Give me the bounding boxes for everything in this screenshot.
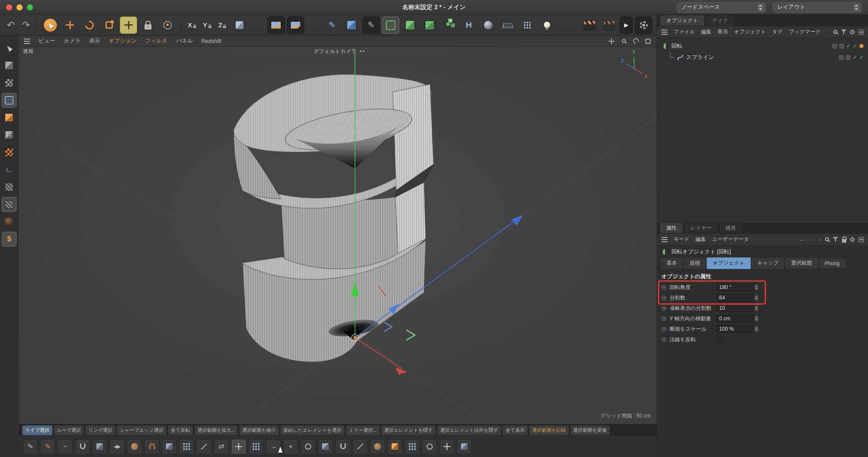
search-icon[interactable]	[833, 30, 837, 34]
maximize-view-button[interactable]	[644, 38, 651, 45]
tool-bridge-button[interactable]	[162, 439, 177, 454]
snap-enabled-button[interactable]	[2, 197, 16, 212]
menu-redshift[interactable]: Redshift	[201, 38, 221, 44]
play-button[interactable]: ▶	[620, 16, 633, 34]
editor-visible-check-icon[interactable]: ✓	[846, 43, 851, 49]
generator-enabled-icon[interactable]	[859, 44, 864, 48]
target-icon[interactable]	[850, 30, 855, 34]
add-icon[interactable]	[858, 30, 864, 35]
edge-mode-button[interactable]	[2, 110, 16, 125]
animation-clapper-secondary-button[interactable]	[600, 16, 618, 34]
make-editable-button[interactable]	[2, 41, 16, 56]
tool-ring-button[interactable]	[301, 439, 316, 454]
tool-pen-button[interactable]: ✎	[23, 439, 38, 454]
axis-lock-y-button[interactable]: Y	[201, 16, 214, 34]
tool-move-snap-button[interactable]	[231, 439, 246, 454]
stepper-down-icon[interactable]	[755, 319, 758, 321]
layer-box-icon[interactable]	[832, 44, 837, 49]
filter-icon[interactable]	[833, 237, 838, 242]
render-settings-button[interactable]	[635, 16, 652, 34]
om-menu-tags[interactable]: タグ	[772, 28, 783, 36]
tool-smooth-spline-button[interactable]: ~	[58, 439, 72, 454]
live-selection-tool-button[interactable]	[42, 16, 59, 34]
point-mode-button[interactable]	[2, 93, 16, 108]
axis-lock-z-button[interactable]: Z	[216, 16, 229, 34]
hamburger-icon[interactable]	[24, 41, 30, 42]
render-view-button[interactable]	[267, 16, 285, 34]
unhide-all-button[interactable]: 全て表示	[503, 425, 528, 435]
subdivision-input[interactable]: 64	[717, 294, 754, 302]
keyframe-dot-icon[interactable]	[661, 316, 666, 321]
hide-selected-button[interactable]: 選択エレメントを隠す	[381, 425, 436, 435]
am-menu-edit[interactable]: 編集	[696, 236, 706, 243]
layout-dropdown[interactable]: レイアウト	[773, 2, 862, 13]
convert-selection-button[interactable]: 選択範囲を変換	[570, 425, 610, 435]
hamburger-icon[interactable]	[661, 32, 667, 33]
viewport-solo-button[interactable]	[2, 214, 16, 229]
live-selection-button[interactable]: ライブ選択	[22, 425, 53, 435]
tab-takes[interactable]: テイク	[706, 15, 735, 26]
om-menu-objects[interactable]: オブジェクト	[734, 28, 766, 36]
animation-clapper-button[interactable]	[581, 16, 598, 34]
select-connected-button[interactable]: 連結したエレメントを選択	[280, 425, 345, 435]
axis-lock-x-button[interactable]: X	[185, 16, 198, 34]
texture-mode-button[interactable]	[2, 76, 16, 90]
subdivision-surface-button[interactable]	[421, 16, 438, 34]
modeling-cube-button[interactable]	[401, 16, 419, 34]
tab-phong[interactable]: Phong	[819, 258, 846, 269]
tab-basic[interactable]: 基本	[661, 257, 683, 269]
tool-slide-button[interactable]	[353, 439, 368, 454]
layer-box-icon[interactable]	[839, 55, 844, 60]
zoom-window-button[interactable]	[27, 4, 33, 10]
close-window-button[interactable]	[6, 4, 12, 10]
workplane-mode-button[interactable]: ∟	[2, 162, 16, 177]
stepper-down-icon[interactable]	[755, 309, 758, 310]
tool-knife-button[interactable]	[197, 439, 211, 454]
move-tool-button[interactable]	[61, 16, 79, 34]
spline-boole-button[interactable]: H	[460, 16, 477, 34]
angle-input[interactable]: 180 °	[717, 283, 754, 291]
scale-section-input[interactable]: 100 %	[717, 325, 754, 333]
stepper-up-icon[interactable]	[755, 306, 758, 308]
menu-options[interactable]: オプション	[108, 37, 136, 45]
viewport-canvas[interactable]: Y Z X	[19, 47, 657, 424]
render-visible-check-icon[interactable]: ✓	[853, 43, 857, 49]
om-menu-view[interactable]: 表示	[717, 28, 728, 36]
stepper-down-icon[interactable]	[755, 288, 758, 289]
tool-extrude-button[interactable]	[318, 439, 333, 454]
tool-matrix-button[interactable]	[179, 439, 194, 454]
tool-transfer-button[interactable]: →	[266, 439, 281, 454]
rotate-tool-button[interactable]	[81, 16, 98, 34]
menu-panel[interactable]: パネル	[176, 37, 193, 45]
mirror-selection-button[interactable]: ミラー選択...	[346, 425, 380, 435]
zoom-view-button[interactable]	[620, 38, 627, 45]
am-menu-userdata[interactable]: ユーザーデータ	[712, 236, 749, 243]
tool-stamp-button[interactable]	[127, 439, 142, 454]
render-to-picture-viewer-button[interactable]	[287, 16, 304, 34]
stepper-up-icon[interactable]	[755, 327, 758, 329]
stepper-up-icon[interactable]	[755, 285, 758, 287]
search-icon[interactable]	[825, 237, 829, 241]
filter-icon[interactable]	[841, 30, 846, 34]
tool-brush-button[interactable]	[370, 439, 385, 454]
particles-button[interactable]	[519, 16, 536, 34]
plane-grid-button[interactable]	[499, 16, 516, 34]
gizmo-center-dot[interactable]	[354, 336, 357, 339]
visibility-dots-icon[interactable]	[839, 44, 844, 49]
tool-sketch-button[interactable]: ✎	[40, 439, 55, 454]
stepper-down-icon[interactable]	[755, 298, 758, 300]
shrink-selection-button[interactable]: 選択範囲を縮小	[239, 425, 279, 435]
pan-view-button[interactable]	[608, 38, 615, 45]
tool-cube-button[interactable]	[92, 439, 107, 454]
invert-all-button[interactable]: 全て反転	[168, 425, 193, 435]
menu-camera[interactable]: カメラ	[64, 37, 80, 45]
om-menu-bookmarks[interactable]: ブックマーク	[789, 28, 820, 36]
attribute-group-title[interactable]: オブジェクトの属性	[657, 271, 868, 282]
history-forward-icon[interactable]: →	[809, 237, 815, 242]
menu-filter[interactable]: フィルタ	[145, 37, 167, 45]
viewport-rotation-button[interactable]	[159, 16, 176, 34]
keyframe-dot-icon[interactable]	[661, 296, 666, 300]
keyframe-dot-icon[interactable]	[661, 285, 666, 290]
menu-display[interactable]: 表示	[89, 37, 100, 45]
tab-structure[interactable]: 構造	[719, 222, 743, 233]
